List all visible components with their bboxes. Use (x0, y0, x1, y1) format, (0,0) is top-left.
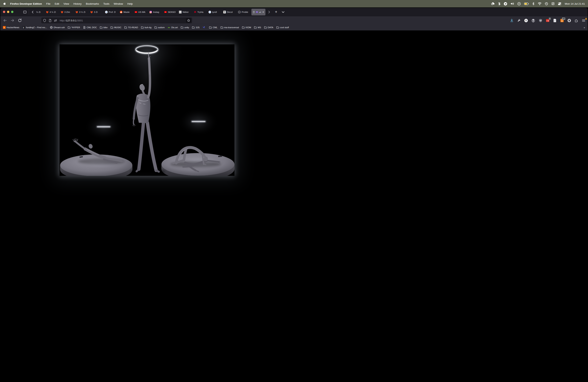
back-icon[interactable] (3, 18, 7, 23)
shield-icon[interactable] (43, 19, 46, 22)
permissions-icon[interactable] (54, 19, 57, 22)
alien-emoji-icon (252, 11, 255, 13)
bookmark-folder[interactable]: CML (209, 26, 217, 29)
tab[interactable]: Proble (237, 9, 252, 15)
apple-icon[interactable] (3, 2, 6, 5)
window-close-button[interactable] (3, 11, 5, 13)
folder-icon (68, 26, 70, 29)
threejs-scene (60, 44, 234, 176)
folder-icon (242, 26, 245, 29)
doc-favicon (83, 26, 86, 29)
folder-icon (276, 26, 279, 29)
menu-view[interactable]: View (63, 2, 69, 5)
page-proxy-icon[interactable] (48, 19, 52, 22)
youtube-favicon (164, 11, 167, 13)
fundingz-favicon: Z (22, 26, 25, 29)
tab[interactable]: TryHa (192, 9, 207, 15)
reddit-favicon (120, 11, 123, 13)
tab-strip: ½ Zi 4 ½ Zi 3 Zim 3 ½ Zi 3 Zi GProf. D M… (36, 9, 267, 15)
svg-text:W: W (224, 11, 226, 13)
folder-icon (181, 26, 183, 29)
tab[interactable]: GProf. D (104, 9, 118, 15)
menu-window[interactable]: Window (114, 2, 123, 5)
tab[interactable]: SENSO (163, 9, 178, 15)
bookmark-folder[interactable]: ma-transversal (221, 26, 239, 29)
bookmark-folder[interactable]: TO-READ (124, 26, 138, 29)
new-tab-button[interactable]: + (273, 9, 279, 15)
tab-close-icon[interactable]: ✕ (262, 11, 264, 13)
blue-favicon (202, 26, 205, 29)
tab[interactable]: US MA (133, 9, 148, 15)
bookmark-folder[interactable]: bike (100, 26, 107, 29)
tab-bar: ½ Zi 4 ½ Zi 3 Zim 3 ½ Zi 3 Zi GProf. D M… (0, 8, 294, 16)
bookmark-item[interactable]: Dhvani-ssh (50, 26, 65, 29)
svg-text:Z: Z (23, 27, 24, 29)
saucer-emoji-icon (259, 11, 261, 13)
scroll-tabs-left-icon[interactable] (31, 10, 35, 14)
flatfox-favicon (75, 11, 78, 13)
svg-text:G: G (209, 11, 210, 13)
menu-tools[interactable]: Tools (103, 2, 109, 5)
menu-edit[interactable]: Edit (55, 2, 59, 5)
window-minimize-button[interactable] (7, 11, 9, 13)
tab[interactable]: Instag (148, 9, 163, 15)
bookmark-folder[interactable]: *HYPER (68, 26, 80, 29)
tryhackme-favicon (194, 11, 196, 13)
bookmark-folder[interactable]: MUSIC (110, 26, 121, 29)
google-favicon: G (105, 11, 108, 13)
bookmark-item[interactable]: disDis.art (168, 26, 178, 29)
bookmark-folder[interactable]: IXDM (242, 26, 251, 29)
active-tab[interactable]: ✕ (252, 9, 265, 15)
bookmark-folder[interactable]: DATA (264, 26, 273, 29)
bookmark-item[interactable]: YHackerNews (3, 26, 19, 29)
tab-separator (29, 10, 29, 15)
right-neon-lamp (178, 108, 219, 136)
globe-favicon (50, 26, 53, 29)
tab[interactable]: HSLUNäher (178, 9, 192, 15)
menu-file[interactable]: File (46, 2, 51, 5)
navigation-toolbar: http://127.0.0.1:5501 Y uO 2 CORSoff (0, 16, 294, 24)
firefox-window: ½ Zi 4 ½ Zi 3 Zim 3 ½ Zi 3 Zi GProf. D M… (0, 8, 294, 191)
bookmark-folder[interactable]: cool stuff (276, 26, 289, 29)
bookmark-star-icon[interactable] (186, 18, 191, 23)
bookmark-folder[interactable]: MS (254, 26, 261, 29)
bookmark-folder[interactable]: 3JS (192, 26, 200, 29)
invader-emoji-icon (256, 11, 258, 13)
scroll-tabs-right-icon[interactable] (267, 10, 271, 14)
tab[interactable]: 3 ½ Zi (74, 9, 89, 15)
reload-icon[interactable] (18, 18, 22, 23)
bookmark-folder[interactable]: autism (154, 26, 165, 29)
forward-icon[interactable] (10, 18, 15, 23)
tab[interactable]: Maste (118, 9, 133, 15)
menu-history[interactable]: History (74, 2, 82, 5)
menu-bookmarks[interactable]: Bookmarks (86, 2, 99, 5)
sidebar-toggle-icon[interactable] (23, 10, 27, 14)
list-all-tabs-icon[interactable] (281, 10, 285, 14)
bookmark-folder[interactable]: buh-tig (141, 26, 151, 29)
menu-app-name[interactable]: Firefox Developer Edition (10, 2, 42, 5)
bookmark-item[interactable] (202, 26, 206, 29)
window-zoom-button[interactable] (11, 11, 13, 13)
folder-icon (209, 26, 212, 29)
tab[interactable]: 4 ½ Zi (44, 9, 59, 15)
bookmarks-bar: YHackerNews ZfundingZ – Find res... Dhva… (0, 24, 294, 31)
folder-icon (192, 26, 195, 29)
svg-text:dis: dis (168, 27, 170, 28)
folder-icon (264, 26, 267, 29)
tab[interactable]: ½ Zi (36, 9, 44, 15)
bookmark-item[interactable]: ZfundingZ – Find res... (22, 26, 47, 29)
webgl-canvas[interactable] (60, 44, 234, 176)
macos-menu-bar: Firefox Developer Edition File Edit View… (0, 0, 294, 7)
menu-help[interactable]: Help (127, 2, 133, 5)
bookmark-folder[interactable]: unity (181, 26, 189, 29)
tab[interactable]: 3 Zi (89, 9, 104, 15)
bookmark-item[interactable]: CML DOC (83, 26, 97, 29)
tab[interactable]: WDecol (222, 9, 237, 15)
page-content (0, 31, 294, 191)
tab[interactable]: 3 Zim (59, 9, 74, 15)
url-bar[interactable]: http://127.0.0.1:5501 (41, 18, 192, 23)
disart-favicon: dis (168, 26, 170, 29)
url-text[interactable]: http://127.0.0.1:5501 (60, 19, 83, 22)
tab[interactable]: Gtyrell (207, 9, 222, 15)
folder-icon (100, 26, 103, 29)
